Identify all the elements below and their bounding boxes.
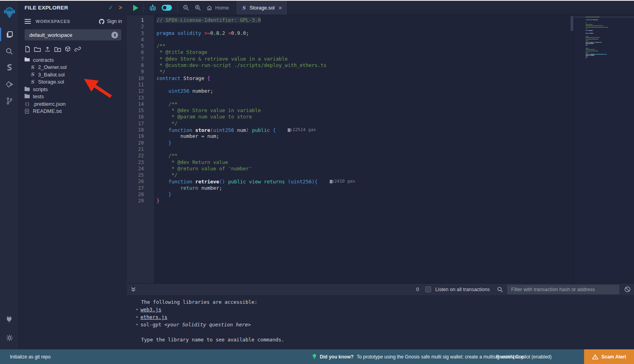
file-explorer-panel: FILE EXPLORER ✓ > WORKSPACES Sign in def… <box>19 1 127 350</box>
sign-in-button[interactable]: Sign in <box>99 19 122 25</box>
code-line-15: * @dev Store value in variable <box>157 107 634 114</box>
cube-icon[interactable] <box>65 46 71 52</box>
tree-item-label: Storage.sol <box>38 79 64 85</box>
line-number: 16 <box>127 114 144 120</box>
line-number: 29 <box>127 198 144 204</box>
workspace-sort-icon[interactable] <box>111 32 118 38</box>
workspace-select[interactable]: default_workspace <box>25 29 121 40</box>
remix-logo[interactable] <box>0 3 19 21</box>
git-init-button[interactable]: Initialize as git repo <box>10 354 51 360</box>
line-number: 5 <box>127 43 144 49</box>
line-number: 22 <box>127 152 144 159</box>
zoom-in-icon[interactable] <box>195 4 201 11</box>
code-content[interactable]: // SPDX-License-Identifier: GPL-3.0 prag… <box>155 15 634 283</box>
new-folder-icon[interactable] <box>34 46 41 52</box>
tree-item-.prettierrc.json[interactable]: {}.prettierrc.json <box>19 100 127 108</box>
sidebar-item-solidity-compiler[interactable] <box>0 59 19 76</box>
listen-checkbox[interactable] <box>425 286 431 292</box>
code-line-5: /** <box>157 43 634 49</box>
tree-item-README.txt[interactable]: README.txt <box>19 108 127 115</box>
line-number: 7 <box>127 56 144 62</box>
home-icon <box>206 5 212 11</box>
tab-label: Storage.sol <box>250 5 275 11</box>
line-number: 26 <box>127 178 144 185</box>
run-play-button[interactable] <box>133 5 138 11</box>
terminal-controls: 0 Listen on all transactions <box>416 285 631 294</box>
terminal-line <box>127 328 634 336</box>
line-number: 4 <box>127 36 144 43</box>
plug-icon <box>6 315 13 323</box>
link-icon[interactable] <box>74 46 81 52</box>
tree-item-3_Ballot.sol[interactable]: S3_Ballot.sol <box>19 71 127 78</box>
gear-icon <box>6 334 13 342</box>
line-number: 2 <box>127 23 144 30</box>
line-number: 10 <box>127 75 144 82</box>
tree-item-Storage.sol[interactable]: SStorage.sol <box>19 78 127 86</box>
copilot-toggle[interactable] <box>162 5 172 11</box>
code-line-26: function retrieve() public view returns … <box>157 178 634 185</box>
tree-item-label: scripts <box>33 86 48 92</box>
search-icon <box>6 48 13 55</box>
editor-toolbar: Home S Storage.sol × <box>127 1 634 15</box>
remix-ide-window: FILE EXPLORER ✓ > WORKSPACES Sign in def… <box>0 0 634 364</box>
code-line-6: * @title Storage <box>157 49 634 55</box>
git-branch-icon <box>6 97 13 105</box>
terminal-collapse-icon[interactable] <box>131 287 136 292</box>
editor-scrollbar[interactable] <box>571 16 573 31</box>
tree-item-label: 3_Ballot.sol <box>38 72 65 78</box>
zoom-out-icon[interactable] <box>183 4 189 11</box>
upload-file-icon[interactable] <box>44 46 51 52</box>
code-line-20: } <box>157 140 634 146</box>
scam-alert-button[interactable]: Scam Alert <box>584 349 634 364</box>
editor-minimap[interactable] <box>574 15 634 283</box>
terminal-link[interactable]: web3.js <box>141 307 162 313</box>
line-number: 21 <box>127 146 144 152</box>
folder-icon <box>25 95 30 98</box>
new-file-icon[interactable] <box>25 46 31 52</box>
copilot-status[interactable]: RemixAI Copilot (enabled) <box>496 354 552 360</box>
tree-item-tests[interactable]: tests <box>19 93 127 101</box>
tree-item-label: contracts <box>33 57 54 63</box>
workspaces-label: WORKSPACES <box>36 19 99 24</box>
line-number: 11 <box>127 82 144 88</box>
terminal-link[interactable]: ethers.js <box>141 314 168 320</box>
close-tab-icon[interactable]: × <box>279 5 282 11</box>
code-editor[interactable]: 1234567891011121314151617181920212223242… <box>127 15 634 283</box>
tree-item-scripts[interactable]: scripts <box>19 86 127 93</box>
chevron-right-icon[interactable]: > <box>119 4 122 11</box>
terminal[interactable]: The following libraries are accessible:•… <box>127 295 634 350</box>
tree-item-label: .prettierrc.json <box>33 101 65 107</box>
sidebar-item-git[interactable] <box>0 93 19 109</box>
workarea: FILE EXPLORER ✓ > WORKSPACES Sign in def… <box>0 1 634 350</box>
workspace-name: default_workspace <box>29 32 111 38</box>
code-line-21 <box>157 146 634 152</box>
code-line-18: function store(uint256 num) public {2251… <box>157 127 634 133</box>
gas-pump-icon <box>330 180 332 183</box>
code-line-22: /** <box>157 152 634 159</box>
line-number: 9 <box>127 69 144 75</box>
sidebar-item-file-explorer[interactable] <box>0 26 19 43</box>
line-number: 24 <box>127 166 144 172</box>
clear-ban-icon[interactable] <box>624 286 631 293</box>
upload-folder-icon[interactable] <box>54 46 61 52</box>
tree-item-2_Owner.sol[interactable]: S2_Owner.sol <box>19 64 127 71</box>
sidebar-item-search[interactable] <box>0 43 19 59</box>
hamburger-menu-icon[interactable] <box>25 19 31 24</box>
tab-storage-sol[interactable]: S Storage.sol × <box>236 1 288 15</box>
line-number: 25 <box>127 172 144 178</box>
code-line-4 <box>157 36 634 43</box>
ai-robot-icon[interactable] <box>149 4 157 11</box>
check-icon[interactable]: ✓ <box>108 4 113 11</box>
transaction-filter-input[interactable] <box>507 285 619 294</box>
sidebar-item-plugin-manager[interactable] <box>0 311 19 327</box>
code-line-11 <box>157 82 634 88</box>
listen-label[interactable]: Listen on all transactions <box>435 287 490 292</box>
warning-icon <box>592 354 598 360</box>
sidebar-item-deploy-run[interactable] <box>0 76 19 93</box>
terminal-search-icon[interactable] <box>497 286 503 293</box>
github-icon <box>99 19 105 25</box>
sidebar-item-settings[interactable] <box>0 330 19 346</box>
tree-item-contracts[interactable]: contracts <box>19 56 127 64</box>
tab-home[interactable]: Home <box>206 5 229 11</box>
gas-estimate: 2410 gas <box>330 178 355 185</box>
